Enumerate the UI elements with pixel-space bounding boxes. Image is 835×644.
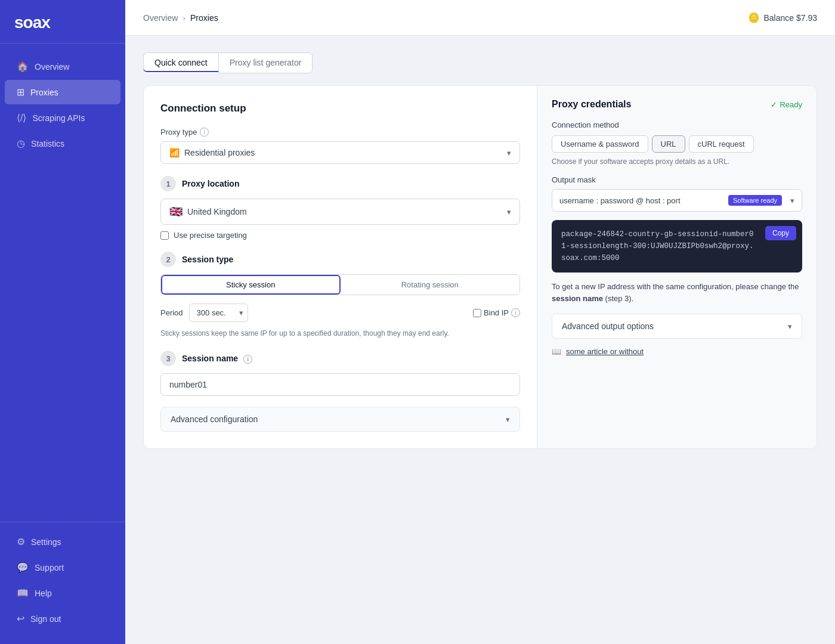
sidebar-item-help[interactable]: 📖 Help [5,581,120,605]
conn-method-label: Connection method [552,120,802,129]
output-mask-box[interactable]: username : password @ host : port Softwa… [552,189,802,212]
session-name-info-icon[interactable]: i [243,355,252,364]
mask-right: Software ready ▾ [728,195,794,206]
stats-icon: ◷ [17,138,25,149]
precise-targeting-row: Use precise targeting [160,231,520,240]
method-url[interactable]: URL [652,135,685,153]
step-2-content: Sticky session Rotating session Period 3… [160,274,520,339]
uk-flag-icon: 🇬🇧 [169,205,183,218]
chevron-down-icon: ▾ [790,196,794,205]
precise-targeting-checkbox[interactable] [160,231,169,240]
sidebar-item-label: Support [35,563,64,572]
help-icon: 📖 [17,587,29,599]
proxy-type-info-icon[interactable]: i [200,128,209,137]
sidebar-item-scraping-apis[interactable]: ⟨/⟩ Scraping APIs [5,106,120,130]
bind-ip-info-icon[interactable]: i [511,308,520,317]
breadcrumb-parent[interactable]: Overview [143,13,178,23]
software-ready-badge: Software ready [728,195,782,206]
period-label: Period [160,308,183,317]
session-hint: To get a new IP address with the same co… [552,281,802,304]
article-link[interactable]: 📖 some article or without [552,347,802,356]
sidebar-item-settings[interactable]: ⚙ Settings [5,530,120,554]
sidebar-item-overview[interactable]: 🏠 Overview [5,54,120,79]
article-link-text[interactable]: some article or without [566,347,644,356]
sidebar-item-sign-out[interactable]: ↩ Sign out [5,606,120,631]
book-icon: 📖 [552,347,561,356]
step-3: 3 Session name i [160,351,520,396]
balance-value: Balance $7.93 [763,13,817,23]
sidebar-item-label: Proxies [30,88,58,97]
credentials-title: Proxy credentials [552,99,631,110]
setup-title: Connection setup [160,103,520,114]
step-1-title: Proxy location [182,179,239,188]
sticky-session-button[interactable]: Sticky session [161,275,341,295]
step-3-number: 3 [160,351,176,366]
advanced-output-section[interactable]: Advanced output options ▾ [552,314,802,339]
step-2-number: 2 [160,252,176,267]
sidebar-item-label: Overview [35,62,69,72]
proxies-icon: ⊞ [17,86,24,98]
step-2-header: 2 Session type [160,252,520,267]
sidebar-nav: 🏠 Overview ⊞ Proxies ⟨/⟩ Scraping APIs ◷… [0,49,125,522]
copy-button[interactable]: Copy [765,226,796,240]
chevron-down-icon: ▾ [788,322,792,331]
sidebar-item-label: Scraping APIs [32,113,85,123]
sidebar-item-label: Statistics [31,139,64,148]
credentials-title-row: Proxy credentials ✓ Ready [552,99,802,110]
conn-methods: Username & password URL cURL request [552,135,802,153]
session-name-bold: session name [552,294,603,303]
method-username-password[interactable]: Username & password [552,135,648,153]
content: Quick connect Proxy list generator Conne… [125,36,835,644]
proxy-type-select[interactable]: 📶 Residential proxies ▾ [160,141,520,164]
rotating-session-button[interactable]: Rotating session [341,275,520,295]
step-2-title: Session type [182,255,233,264]
proxy-code-text: package-246842-country-gb-sessionid-numb… [561,228,793,264]
method-curl[interactable]: cURL request [689,135,754,153]
main: Overview › Proxies 🪙 Balance $7.93 Quick… [125,0,835,644]
chevron-down-icon: ▾ [507,208,511,216]
sidebar-item-proxies[interactable]: ⊞ Proxies [5,80,120,104]
proxy-type-value: Residential proxies [184,148,255,157]
advanced-config-section[interactable]: Advanced configuration ▾ [160,407,520,432]
step-3-header: 3 Session name i [160,351,520,366]
code-block: Copy package-246842-country-gb-sessionid… [552,220,802,273]
tab-proxy-list-generator[interactable]: Proxy list generator [218,52,313,73]
advanced-output-label: Advanced output options [562,321,654,331]
check-icon: ✓ [771,100,777,109]
location-value: United Kingdom [187,207,247,216]
step-1-number: 1 [160,176,176,191]
session-name-input[interactable] [160,373,520,396]
conn-method-hint: Choose if your software accepts proxy de… [552,157,802,166]
step-1-content: 🇬🇧 United Kingdom ▾ Use precise targetin… [160,199,520,240]
step-3-title: Session name i [182,354,252,364]
home-icon: 🏠 [17,61,29,72]
step-1: 1 Proxy location 🇬🇧 United Kingdom ▾ [160,176,520,240]
bind-ip-checkbox[interactable] [473,309,481,317]
sidebar-item-statistics[interactable]: ◷ Statistics [5,131,120,156]
ready-badge: ✓ Ready [771,100,802,109]
left-panel: Connection setup Proxy type i 📶 Resident… [144,86,537,448]
step-1-header: 1 Proxy location [160,176,520,191]
chevron-down-icon: ▾ [507,148,511,157]
chevron-down-icon: ▾ [506,415,510,424]
location-select[interactable]: 🇬🇧 United Kingdom ▾ [160,199,520,225]
balance-display: 🪙 Balance $7.93 [748,12,817,23]
sidebar-item-support[interactable]: 💬 Support [5,555,120,580]
sidebar-item-label: Sign out [30,614,61,624]
support-icon: 💬 [17,562,29,573]
period-select-wrap: 300 sec. 600 sec. 1800 sec. ▾ [189,304,248,322]
breadcrumb: Overview › Proxies [143,13,218,23]
sidebar: soax 🏠 Overview ⊞ Proxies ⟨/⟩ Scraping A… [0,0,125,644]
bind-ip-label: Bind IP i [473,308,520,317]
scraping-icon: ⟨/⟩ [17,112,26,123]
breadcrumb-current: Proxies [190,13,218,23]
wifi-icon: 📶 [169,148,180,157]
logo-text: soax [14,13,50,32]
settings-icon: ⚙ [17,536,25,547]
period-select[interactable]: 300 sec. 600 sec. 1800 sec. [189,304,248,322]
session-note: Sticky sessions keep the same IP for up … [160,328,520,339]
tab-quick-connect[interactable]: Quick connect [143,52,218,73]
sign-out-icon: ↩ [17,613,24,624]
logo: soax [0,0,125,44]
step-3-content [160,373,520,396]
